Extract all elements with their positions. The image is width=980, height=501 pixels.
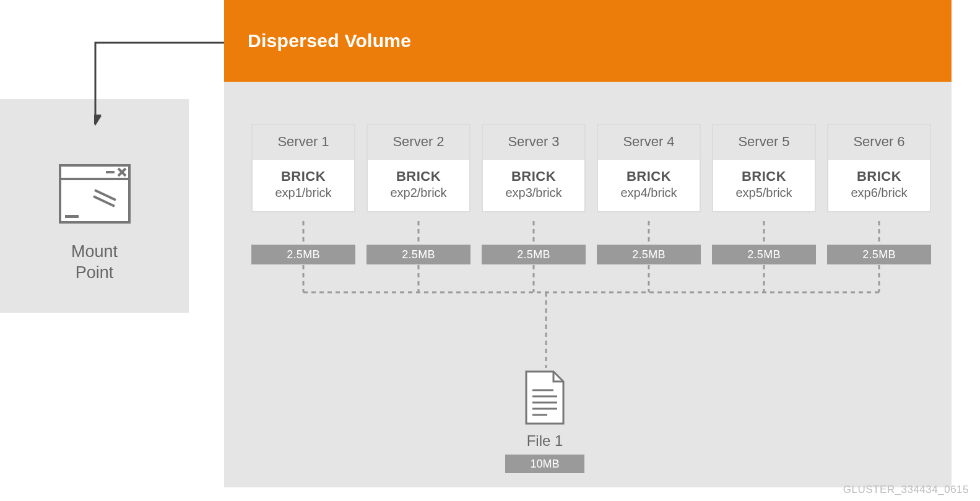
mount-label-line1: Mount	[71, 242, 118, 261]
chunk-size: 2.5MB	[251, 245, 355, 264]
brick-body: BRICK exp3/brick	[483, 160, 584, 211]
brick-label: BRICK	[831, 168, 927, 185]
brick-label: BRICK	[485, 168, 582, 185]
brick-path: exp6/brick	[831, 186, 927, 200]
volume-header: Dispersed Volume	[224, 0, 952, 82]
chunk-size: 2.5MB	[366, 245, 470, 264]
server-name: Server 1	[253, 125, 354, 160]
brick-label: BRICK	[601, 168, 697, 185]
brick-body: BRICK exp6/brick	[828, 160, 930, 211]
server-card: Server 6 BRICK exp6/brick	[827, 124, 931, 212]
server-card: Server 5 BRICK exp5/brick	[712, 124, 816, 212]
mount-label-line2: Point	[76, 263, 114, 282]
diagram-canvas: Dispersed Volume Mount Point	[0, 0, 980, 501]
brick-label: BRICK	[255, 168, 352, 185]
server-card: Server 2 BRICK exp2/brick	[366, 124, 470, 212]
diagram-id: GLUSTER_334434_0615	[843, 484, 969, 496]
mount-point-panel: Mount Point	[0, 99, 189, 313]
brick-label: BRICK	[370, 168, 467, 185]
volume-title: Dispersed Volume	[248, 30, 411, 51]
file-size: 10MB	[505, 455, 584, 473]
chunk-size: 2.5MB	[482, 245, 586, 264]
mount-point-icon	[48, 154, 141, 234]
brick-body: BRICK exp2/brick	[368, 160, 469, 211]
brick-body: BRICK exp1/brick	[253, 160, 354, 211]
file-block: File 1 10MB	[505, 369, 584, 473]
file-label: File 1	[527, 432, 563, 450]
chunk-size: 2.5MB	[712, 245, 816, 264]
server-name: Server 5	[713, 125, 815, 160]
brick-body: BRICK exp4/brick	[598, 160, 700, 211]
svg-rect-7	[65, 215, 79, 218]
server-name: Server 6	[828, 125, 930, 160]
mount-point-label: Mount Point	[71, 242, 118, 284]
file-icon	[523, 369, 567, 426]
server-name: Server 4	[598, 125, 700, 160]
chunk-size-row: 2.5MB 2.5MB 2.5MB 2.5MB 2.5MB 2.5MB	[251, 245, 932, 264]
server-card: Server 1 BRICK exp1/brick	[251, 124, 355, 212]
server-name: Server 3	[483, 125, 584, 160]
server-row: Server 1 BRICK exp1/brick Server 2 BRICK…	[251, 124, 932, 212]
brick-path: exp1/brick	[255, 186, 352, 200]
brick-path: exp4/brick	[601, 186, 697, 200]
chunk-size: 2.5MB	[827, 245, 931, 264]
server-name: Server 2	[368, 125, 469, 160]
brick-path: exp3/brick	[485, 186, 582, 200]
brick-path: exp2/brick	[370, 186, 467, 200]
chunk-size: 2.5MB	[597, 245, 701, 264]
brick-path: exp5/brick	[716, 186, 812, 200]
brick-label: BRICK	[716, 168, 812, 185]
brick-body: BRICK exp5/brick	[713, 160, 815, 211]
server-card: Server 3 BRICK exp3/brick	[482, 124, 586, 212]
svg-rect-1	[60, 165, 129, 179]
server-card: Server 4 BRICK exp4/brick	[597, 124, 701, 212]
